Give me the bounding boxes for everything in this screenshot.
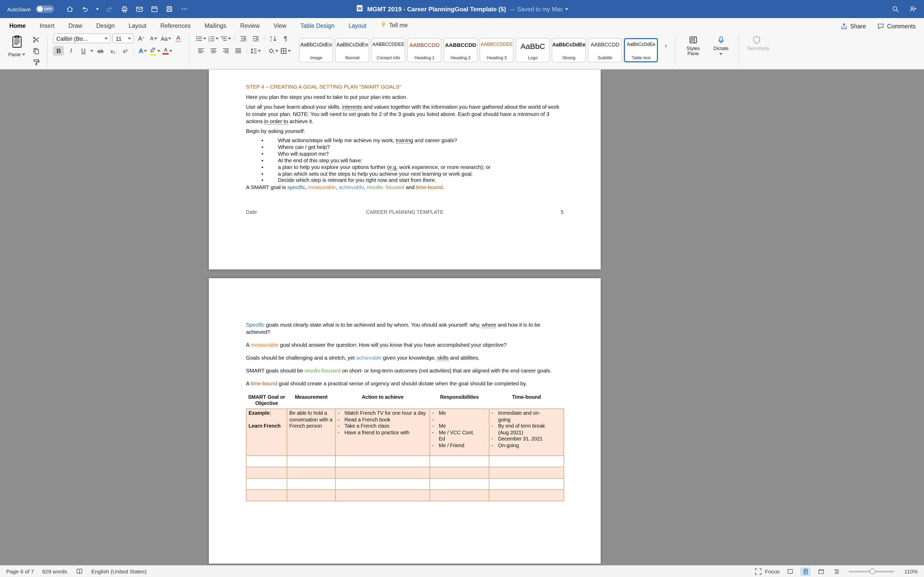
cell-responsibilities[interactable]: -Me--Me-Me / VCC Cont. Ed-Me / Friend (430, 409, 489, 456)
tab-mailings[interactable]: Mailings (204, 21, 227, 31)
save-status[interactable]: — Saved to my Mac (510, 6, 568, 12)
grow-font-button[interactable]: A^ (136, 34, 147, 43)
dictate-button[interactable]: Dictate (709, 34, 733, 67)
sort-button[interactable]: AZ (268, 34, 279, 43)
web-layout-button[interactable] (816, 567, 826, 576)
paragraph[interactable]: A measurable goal should answer the ques… (246, 341, 564, 348)
tab-insert[interactable]: Insert (39, 21, 56, 31)
underline-caret[interactable] (90, 50, 94, 52)
tab-view[interactable]: View (273, 21, 287, 31)
bullet-item[interactable]: •a plan which sets out the steps to help… (246, 170, 564, 177)
home-icon[interactable] (66, 5, 74, 13)
paragraph-plan-intro[interactable]: Here you plan the steps you need to take… (246, 93, 564, 100)
spellcheck-icon[interactable] (75, 567, 83, 575)
empty-cell[interactable] (287, 467, 335, 478)
multilevel-list-button[interactable] (220, 34, 231, 43)
bullet-item[interactable]: •Who will support me? (246, 150, 564, 157)
decrease-indent-button[interactable] (238, 34, 249, 43)
subscript-button[interactable]: x₂ (108, 46, 118, 56)
style-heading-3[interactable]: AABBCCDDEEHeading 3 (480, 38, 514, 62)
empty-cell[interactable] (489, 456, 564, 467)
word-count[interactable]: 829 words (42, 568, 67, 574)
empty-cell[interactable] (246, 467, 287, 478)
paragraph-use-all[interactable]: Use all you have learnt about your skill… (246, 103, 564, 125)
style-logo[interactable]: AaBbCLogo (516, 38, 550, 62)
tab-review[interactable]: Review (239, 21, 261, 31)
bullet-list-button[interactable] (195, 34, 207, 43)
bullet-item[interactable]: •Decide which step is relevant for you r… (246, 177, 564, 184)
smart-table[interactable]: SMART Goal or ObjectiveMeasurementAction… (246, 393, 564, 501)
text-effects-button[interactable]: A (137, 46, 148, 56)
empty-cell[interactable] (430, 490, 489, 501)
zoom-level[interactable]: 110% (901, 568, 918, 574)
styles-gallery-expand[interactable]: › (662, 34, 670, 58)
cell-timebound[interactable]: -Immediate and on-going-By end of term b… (489, 409, 564, 456)
undo-icon[interactable] (81, 5, 89, 13)
tab-layout[interactable]: Layout (128, 21, 147, 31)
font-color-button[interactable]: A (162, 46, 173, 56)
cell-objective[interactable]: Example:Learn French (246, 409, 287, 456)
justify-button[interactable] (233, 46, 244, 56)
clear-formatting-button[interactable]: A (173, 34, 184, 43)
comments-button[interactable]: Comments (877, 23, 916, 30)
paragraph[interactable]: A time-bound goal should create a practi… (246, 380, 564, 387)
shrink-font-button[interactable]: A (148, 34, 159, 43)
numbered-list-button[interactable]: 123 (208, 34, 219, 43)
strikethrough-button[interactable]: ab (95, 46, 106, 56)
style-strong[interactable]: AaBbCcDdEeStrong (552, 38, 586, 62)
font-size-select[interactable]: 11 (113, 34, 134, 43)
empty-cell[interactable] (246, 478, 287, 490)
outline-view-button[interactable] (831, 567, 842, 576)
share-people-icon[interactable] (908, 5, 917, 13)
empty-cell[interactable] (287, 456, 335, 467)
underline-button[interactable]: U (78, 46, 89, 56)
show-formatting-marks-button[interactable]: ¶ (280, 34, 291, 43)
bold-button[interactable]: B (53, 46, 64, 56)
style-heading-2[interactable]: AABBCCDDHeading 2 (444, 38, 478, 62)
empty-cell[interactable] (489, 490, 564, 501)
tab-draw[interactable]: Draw (67, 21, 83, 31)
tab-table-design[interactable]: Table Design (299, 21, 336, 31)
change-case-button[interactable]: Aa (161, 34, 171, 43)
italic-button[interactable]: I (66, 46, 77, 56)
shading-button[interactable] (268, 46, 279, 56)
empty-cell[interactable] (335, 467, 430, 478)
cell-actions[interactable]: -Watch French TV for one hour a day-Read… (335, 409, 430, 456)
empty-cell[interactable] (246, 490, 287, 501)
superscript-button[interactable]: x² (120, 46, 131, 56)
search-icon[interactable] (891, 5, 899, 13)
style-subtitle[interactable]: AABBCCDDSubtitle (588, 38, 622, 62)
tab-design[interactable]: Design (95, 21, 116, 31)
save-icon[interactable] (165, 5, 173, 13)
empty-cell[interactable] (430, 478, 489, 490)
empty-cell[interactable] (335, 478, 430, 490)
style-image[interactable]: AaBbCcDdEeImage (299, 38, 333, 62)
print-icon[interactable] (120, 5, 129, 13)
bullet-item[interactable]: •What actions/steps will help me achieve… (246, 137, 564, 144)
empty-cell[interactable] (335, 490, 430, 501)
bullet-item[interactable]: •a plan to help you explore your options… (246, 164, 564, 170)
share-button[interactable]: Share (840, 23, 866, 30)
step4-heading[interactable]: STEP 4 – CREATING A GOAL SETTING PLAN “S… (246, 83, 564, 90)
format-painter-button[interactable] (31, 58, 42, 67)
autosave-toggle[interactable]: OFF (36, 5, 54, 13)
focus-button[interactable]: Focus (754, 567, 780, 575)
empty-cell[interactable] (489, 478, 564, 490)
paragraph[interactable]: SMART goals should be results-focused on… (246, 367, 564, 374)
page-5[interactable]: STEP 4 – CREATING A GOAL SETTING PLAN “S… (209, 69, 601, 269)
empty-cell[interactable] (430, 467, 489, 478)
empty-cell[interactable] (287, 490, 335, 501)
empty-cell[interactable] (489, 467, 564, 478)
tab-tell-me[interactable]: Tell me (379, 19, 409, 31)
copy-button[interactable] (31, 46, 42, 56)
bullet-item[interactable]: •At the end of this step you will have: (246, 157, 564, 164)
read-mode-button[interactable] (785, 567, 795, 576)
style-contact-info[interactable]: AABBCCDDEEContact info (372, 38, 405, 62)
zoom-slider[interactable] (849, 571, 894, 572)
sensitivity-button[interactable]: Sensitivity (745, 34, 769, 67)
tab-layout-contextual[interactable]: Layout (347, 21, 367, 31)
empty-cell[interactable] (335, 456, 430, 467)
language-indicator[interactable]: English (United States) (91, 568, 147, 574)
highlight-color-button[interactable] (150, 46, 161, 56)
style-normal[interactable]: AaBbCcDdEeNormal (335, 38, 370, 62)
